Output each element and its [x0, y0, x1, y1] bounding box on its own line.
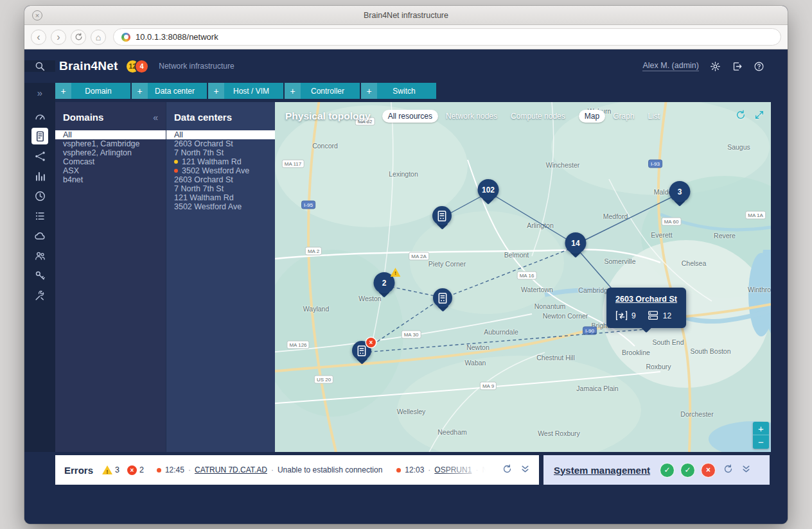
map-marker-cluster-14[interactable]: 14	[565, 232, 587, 256]
domain-item-all[interactable]: All	[55, 130, 166, 139]
page-title: Network infrastructure	[159, 62, 234, 71]
view-mode-list[interactable]: List	[642, 110, 666, 123]
window-close-button[interactable]	[32, 10, 42, 21]
datacenter-item-3502-westford-ave[interactable]: 3502 Westford Ave	[166, 202, 275, 211]
datacenter-item-all[interactable]: All	[166, 130, 275, 139]
map-town-label-needham: Needham	[437, 428, 467, 436]
view-mode-graph[interactable]: Graph	[607, 110, 640, 123]
resource-filter-pills: All resourcesNetwork nodesCompute nodes	[382, 110, 571, 123]
logout-button[interactable]	[732, 61, 743, 72]
tooltip-title-link[interactable]: 2603 Orchard St	[615, 295, 677, 304]
domain-item-b4net[interactable]: b4net	[55, 175, 166, 184]
collapse-panel-icon[interactable]	[153, 112, 158, 123]
rail-item-access[interactable]	[31, 267, 48, 284]
rail-item-users[interactable]	[31, 247, 48, 264]
sidebar-expand-button[interactable]	[24, 83, 55, 102]
rail-item-topology[interactable]	[31, 148, 48, 164]
back-button[interactable]	[31, 30, 46, 45]
rail-item-cloud[interactable]	[31, 227, 48, 244]
datacenter-item-3502-westford-ave[interactable]: 3502 Westford Ave	[166, 166, 275, 175]
app-header: Brain4Net 12 4 Network infrastructure Al…	[24, 49, 788, 83]
datacenter-item-label: All	[174, 130, 183, 139]
road-shield-ma-60: MA 60	[662, 218, 682, 226]
help-button[interactable]	[754, 61, 764, 72]
tooltip-nodes-count: 12	[663, 311, 671, 320]
toolbar-button-label: Host / VIM	[224, 87, 283, 96]
rail-item-tools[interactable]	[31, 287, 48, 304]
domain-item-vsphere1-cambridge[interactable]: vsphere1, Cambridge	[55, 139, 166, 148]
map-refresh-button[interactable]	[736, 110, 746, 123]
tooltip-stats: 9 12	[615, 310, 677, 321]
system-management-title-link[interactable]: System management	[554, 465, 650, 476]
system-refresh-button[interactable]	[723, 464, 733, 476]
map-marker-server-5[interactable]	[433, 288, 452, 310]
topology-map[interactable]: ConcordLexingtonWinchesterWoburnSaugusMa…	[275, 102, 771, 452]
errors-counter: 2	[127, 465, 144, 475]
rail-item-tasks[interactable]	[31, 207, 48, 224]
rail-item-dashboard[interactable]	[31, 108, 48, 125]
errors-refresh-button[interactable]	[502, 464, 512, 476]
map-marker-cluster-3[interactable]: 3	[669, 181, 691, 205]
map-marker-cluster-2[interactable]: 2	[374, 272, 395, 296]
map-town-label-winthrop: Winthrop	[748, 286, 771, 293]
filter-all-resources[interactable]: All resources	[382, 110, 438, 123]
rail-item-inventory[interactable]	[31, 128, 48, 144]
search-button[interactable]	[24, 60, 55, 72]
view-mode-map[interactable]: Map	[579, 110, 605, 123]
home-button[interactable]	[91, 30, 106, 45]
map-marker-server-4[interactable]	[432, 206, 452, 228]
map-marker-server-6[interactable]	[352, 341, 371, 363]
datacenter-item-7-north-7th-st[interactable]: 7 North 7th St	[166, 184, 275, 193]
datacenter-item-121-waltham-rd[interactable]: 121 Waltham Rd	[166, 157, 275, 166]
error-count-badge[interactable]: 4	[136, 60, 148, 73]
filter-network-nodes[interactable]: Network nodes	[440, 110, 503, 123]
settings-button[interactable]	[710, 61, 721, 72]
domain-item-vsphere2-arlington[interactable]: vsphere2, Arlington	[55, 148, 166, 157]
rail-item-history[interactable]	[31, 187, 48, 204]
datacenter-item-121-waltham-rd[interactable]: 121 Waltham Rd	[166, 193, 275, 202]
map-town-label-jamaica-plain: Jamaica Plain	[576, 385, 618, 392]
toolbar-button-host-vim[interactable]: Host / VIM	[208, 83, 283, 99]
alert-badges[interactable]: 12 4	[127, 60, 148, 73]
toolbar-button-controller[interactable]: Controller	[285, 83, 360, 99]
forward-button[interactable]	[51, 30, 66, 45]
errors-collapse-button[interactable]	[520, 464, 530, 476]
browser-navbar: 10.0.1.3:8088/network	[24, 25, 788, 49]
domain-item-asx[interactable]: ASX	[55, 166, 166, 175]
toolbar-button-data-center[interactable]: Data center	[132, 83, 207, 99]
error-source-link[interactable]: CATRUN 7D.CAT.AD	[195, 465, 267, 474]
datacenter-item-2603-orchard-st[interactable]: 2603 Orchard St	[166, 139, 275, 148]
system-status-error-icon-2[interactable]	[701, 463, 716, 478]
errors-panel-actions	[502, 464, 530, 476]
warning-status-dot	[174, 160, 178, 164]
toolbar-button-switch[interactable]: Switch	[361, 83, 436, 99]
zoom-out-button[interactable]: −	[753, 435, 769, 449]
error-entry: 12:03OSPRUN1No connection	[396, 465, 495, 474]
bottom-strip	[24, 485, 788, 524]
cloud-icon	[34, 230, 46, 242]
reload-button[interactable]	[71, 30, 86, 45]
system-management-panel: System management	[543, 455, 770, 485]
zoom-in-button[interactable]: +	[753, 422, 769, 435]
separator	[428, 465, 430, 474]
filter-compute-nodes[interactable]: Compute nodes	[505, 110, 571, 123]
system-status-ok-icon-0[interactable]	[660, 463, 675, 478]
system-collapse-button[interactable]	[741, 464, 751, 476]
system-status-ok-icon-1[interactable]	[680, 463, 695, 478]
datacenter-tooltip[interactable]: 2603 Orchard St 9 12	[606, 288, 686, 328]
current-user-link[interactable]: Alex M. (admin)	[642, 61, 699, 71]
window-titlebar[interactable]: Brain4Net infrastructure	[24, 6, 788, 25]
datacenter-item-label: 7 North 7th St	[174, 184, 224, 193]
error-source-link[interactable]: OSPRUN1	[434, 465, 472, 474]
datacenter-item-2603-orchard-st[interactable]: 2603 Orchard St	[166, 175, 275, 184]
datacenter-item-label: 3502 Westford Ave	[174, 202, 242, 211]
toolbar-button-domain[interactable]: Domain	[55, 83, 130, 99]
domain-item-comcast[interactable]: Comcast	[55, 157, 166, 166]
datacenter-item-7-north-7th-st[interactable]: 7 North 7th St	[166, 148, 275, 157]
map-town-label-brookline: Brookline	[622, 349, 650, 356]
error-time: 12:45	[165, 465, 184, 474]
map-marker-cluster-102[interactable]: 102	[478, 179, 499, 203]
rail-item-stats[interactable]	[31, 168, 48, 184]
address-bar[interactable]: 10.0.1.3:8088/network	[113, 28, 781, 46]
map-fullscreen-button[interactable]	[754, 110, 764, 123]
